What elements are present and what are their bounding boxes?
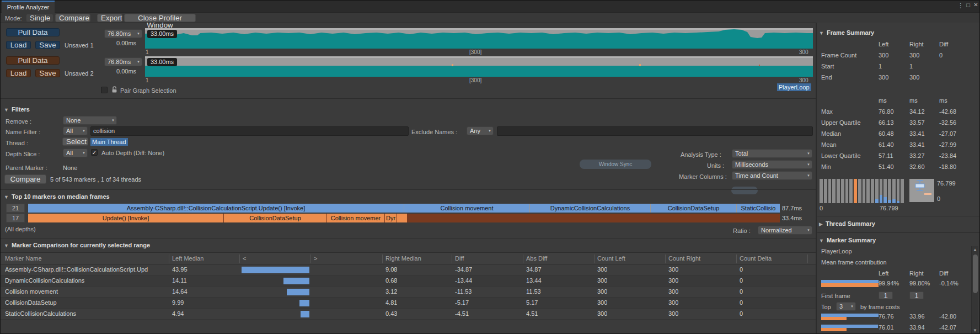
load-right-button[interactable]: Load xyxy=(6,69,31,77)
ratio-value: Normalized xyxy=(761,227,792,234)
marker-segment[interactable]: StaticCollisio xyxy=(737,204,780,213)
name-filter-label: Name Filter : xyxy=(6,129,40,135)
stat-right: 33.41 xyxy=(909,141,925,148)
column-header-left-median[interactable]: Left Median xyxy=(172,255,204,262)
filters-section-header[interactable]: ▼Filters xyxy=(4,106,30,113)
frame-summary-header[interactable]: ▼Frame Summary xyxy=(819,29,874,36)
column-header-count-right[interactable]: Count Right xyxy=(668,255,700,262)
cell-count-delta: 0 xyxy=(740,299,743,306)
top-suffix: by frame costs xyxy=(860,304,900,310)
maximize-icon[interactable]: □ xyxy=(965,2,972,10)
top10-section-header[interactable]: ▼Top 10 markers on median frames xyxy=(4,193,110,200)
marker-segment[interactable]: Collision movemer xyxy=(327,214,384,222)
histogram-axis-max: 76.799 xyxy=(880,205,898,211)
scroll-down-icon[interactable]: ▼ xyxy=(972,328,978,333)
exclude-names-input[interactable] xyxy=(497,126,813,136)
table-row[interactable]: Assembly-CSharp.dll!::CollisionCalculati… xyxy=(1,264,816,275)
close-profiler-window-button[interactable]: Close Profiler Window xyxy=(124,14,196,22)
auto-depth-checkbox[interactable]: ✓ xyxy=(91,149,98,156)
export-button[interactable]: Export xyxy=(97,14,122,22)
marker-segment[interactable]: CollisionDataSetup xyxy=(224,214,326,222)
column-header-left-bar[interactable]: < xyxy=(243,255,246,262)
pair-graph-checkbox[interactable] xyxy=(101,87,108,93)
thread-select-button[interactable]: Select xyxy=(62,137,88,146)
stat-label: Max xyxy=(821,108,833,115)
save-right-button[interactable]: Save xyxy=(35,69,60,77)
range-max-left-dropdown[interactable]: 76.80ms▼ xyxy=(104,29,142,38)
range-max-right-value: 76.80ms xyxy=(108,59,131,65)
remove-dropdown[interactable]: None▼ xyxy=(63,116,117,125)
marker-summary-scrollbar[interactable]: ▲ ▼ xyxy=(971,246,978,334)
marker-summary-header[interactable]: ▼Marker Summary xyxy=(819,237,876,243)
foldout-open-icon: ▼ xyxy=(4,107,9,113)
first-frame-right-button[interactable]: 1 xyxy=(909,291,924,299)
column-header-count-delta[interactable]: Count Delta xyxy=(740,255,772,262)
top-count-dropdown[interactable]: 3▼ xyxy=(836,302,856,311)
table-row[interactable]: CollisionDataSetup9.994.81-5.175.1730030… xyxy=(1,298,816,309)
pull-data-left-button[interactable]: Pull Data xyxy=(6,28,60,36)
table-row[interactable]: Collision movement14.643.12-11.5311.5330… xyxy=(1,287,816,298)
name-filter-mode-dropdown[interactable]: All▼ xyxy=(63,126,88,135)
marker-segment[interactable]: Dyr xyxy=(385,214,397,222)
scrollbar-thumb[interactable] xyxy=(973,255,978,293)
frame-time-histogram[interactable] xyxy=(820,179,904,203)
comparison-section-header[interactable]: ▼Marker Comparison for currently selecte… xyxy=(4,242,150,248)
ratio-dropdown[interactable]: Normalized▼ xyxy=(758,226,812,235)
column-header-abs-diff[interactable]: Abs Diff xyxy=(526,255,547,262)
stat-diff: -18.80 xyxy=(939,163,956,170)
selected-marker-label[interactable]: PlayerLoop xyxy=(777,83,811,91)
foldout-closed-icon: ▶ xyxy=(819,221,823,227)
column-header-diff[interactable]: Diff xyxy=(455,255,464,262)
marker-segment[interactable]: Collision movement xyxy=(404,204,529,213)
analysis-type-dropdown[interactable]: Total▼ xyxy=(732,149,812,158)
frame-time-graph-right[interactable] xyxy=(145,56,813,77)
column-header-right-median[interactable]: Right Median xyxy=(385,255,421,262)
histogram-bar-right xyxy=(883,197,887,203)
stat-right: 1 xyxy=(909,63,913,70)
mode-single-button[interactable]: Single xyxy=(26,14,53,22)
cell-left-median: 14.11 xyxy=(172,277,187,284)
units-dropdown[interactable]: Milliseconds▼ xyxy=(732,160,812,169)
table-row[interactable]: StaticCollisionCalculations4.940.43-4.51… xyxy=(1,309,816,320)
marker-segment[interactable]: Assembly-CSharp.dll!::CollisionCalculati… xyxy=(28,204,404,213)
thread-value[interactable]: Main Thread xyxy=(90,138,128,146)
marker-columns-dropdown[interactable]: Time and Count▼ xyxy=(732,171,812,180)
pull-data-right-button[interactable]: Pull Data xyxy=(6,56,60,65)
depth-slice-dropdown[interactable]: All▼ xyxy=(63,149,88,157)
marker-segment[interactable]: DynamicCollisionCalculations xyxy=(530,204,650,213)
first-frame-left-button[interactable]: 1 xyxy=(879,291,893,299)
frame-time-graph-left[interactable] xyxy=(145,28,813,49)
dataset-right-name: Unsaved 2 xyxy=(65,70,94,77)
name-filter-input[interactable]: collision xyxy=(90,126,409,136)
top10-right-bar[interactable]: Update() [Invoke] CollisionDataSetup Col… xyxy=(28,214,780,222)
cell-abs-diff: 13.44 xyxy=(526,277,542,284)
top10-left-bar[interactable]: Assembly-CSharp.dll!::CollisionCalculati… xyxy=(28,204,780,213)
stat-diff: -27.07 xyxy=(939,130,956,137)
save-left-button[interactable]: Save xyxy=(35,41,60,49)
threshold-badge-left[interactable]: 33.00ms xyxy=(147,30,177,38)
histogram-bar xyxy=(888,179,891,203)
menu-icon[interactable]: ⋮ xyxy=(957,2,963,10)
thread-summary-header[interactable]: ▶Thread Summary xyxy=(819,220,875,227)
close-icon[interactable]: ✕ xyxy=(972,2,979,10)
stat-right: 300 xyxy=(909,52,919,59)
column-header-marker-name[interactable]: Marker Name xyxy=(5,255,42,262)
tab-profile-analyzer[interactable]: Profile Analyzer xyxy=(2,1,55,13)
boxplot-widget[interactable] xyxy=(909,179,934,202)
exclude-mode-dropdown[interactable]: Any▼ xyxy=(467,126,494,135)
threshold-badge-right[interactable]: 33.00ms xyxy=(147,58,177,66)
axis-mid-right: [300] xyxy=(469,77,481,83)
stat-label: Mean xyxy=(821,141,837,148)
range-max-right-dropdown[interactable]: 76.80ms▼ xyxy=(104,57,142,66)
marker-segment[interactable]: Update() [Invoke] xyxy=(28,214,223,222)
compare-button[interactable]: Compare xyxy=(4,174,46,184)
table-row[interactable]: DynamicCollisionCalculations14.110.68-13… xyxy=(1,275,816,287)
column-header-count-left[interactable]: Count Left xyxy=(597,255,625,262)
cell-left-median: 14.64 xyxy=(172,288,188,295)
column-header-right-bar[interactable]: > xyxy=(314,255,317,262)
load-left-button[interactable]: Load xyxy=(6,41,31,49)
marker-segment[interactable]: CollisionDataSetup xyxy=(651,204,736,213)
scroll-up-icon[interactable]: ▲ xyxy=(972,247,978,252)
mode-compare-button[interactable]: Compare xyxy=(55,14,90,22)
marker-segment[interactable] xyxy=(397,214,407,222)
